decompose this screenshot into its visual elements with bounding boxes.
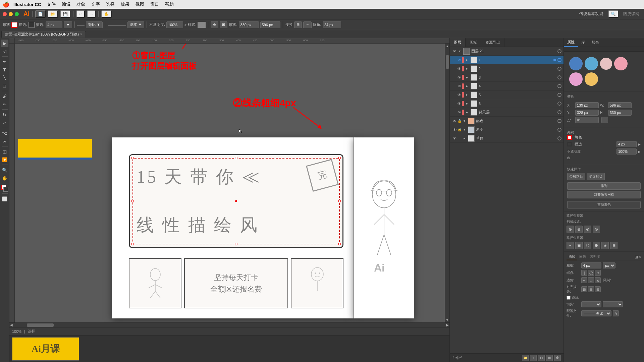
layer-target-4[interactable]	[557, 84, 561, 88]
shape-h-input[interactable]	[260, 21, 280, 28]
flip-profile-btn[interactable]: ⇆	[613, 310, 619, 316]
pencil-tool[interactable]: ✏	[1, 101, 8, 108]
scroll-up-btn[interactable]: ▲	[446, 44, 449, 48]
outside-align-btn[interactable]: ⊟	[595, 286, 601, 292]
align-btn[interactable]: ⊞	[220, 21, 227, 28]
handle-bm[interactable]	[235, 243, 237, 245]
fullscreen-button[interactable]	[15, 12, 19, 16]
scroll-thumb-h[interactable]	[27, 323, 54, 327]
minus-back-btn[interactable]: ⊟	[610, 242, 618, 249]
expand-icon-6[interactable]: ▸	[465, 101, 469, 106]
handle-tl[interactable]	[131, 157, 134, 159]
stroke-tab-stroke[interactable]: 描线	[567, 254, 577, 260]
horizontal-scrollbar[interactable]: ◀ ▶	[9, 322, 449, 327]
stroke-indicator[interactable]	[567, 142, 572, 146]
align-pixel-btn[interactable]: 对齐像素网格	[567, 191, 641, 198]
rotate-tool[interactable]: ↻	[1, 111, 8, 118]
selection-tool[interactable]: ▶	[1, 40, 8, 47]
vis-icon[interactable]: 👁	[452, 49, 457, 54]
vis-icon-bg[interactable]: 👁	[457, 110, 462, 115]
round-cap-btn[interactable]: ◯	[588, 270, 594, 276]
vertical-scrollbar[interactable]: ▲ ▼	[445, 44, 449, 322]
menu-window[interactable]: 窗口	[148, 1, 162, 8]
layer-group-color[interactable]: 👁 🔒 ▾ 配色	[450, 117, 564, 125]
position-path-btn[interactable]: 位移路径	[567, 173, 585, 180]
dash-style-btn[interactable]: 等比 ▼	[86, 21, 103, 28]
undo-btn[interactable]: ↩	[76, 10, 85, 18]
intersect-btn[interactable]: ⊗	[584, 226, 591, 233]
expand-icon-4[interactable]: ▸	[465, 84, 469, 88]
close-button[interactable]	[3, 12, 7, 16]
tab-close-btn[interactable]: ×	[80, 33, 82, 36]
layer-group-original[interactable]: 👁 🔒 ▾ 原图	[450, 125, 564, 134]
site-link[interactable]: 图虎课网	[621, 10, 641, 17]
layer-target-2[interactable]	[557, 67, 561, 71]
assets-tab[interactable]: 资源导出	[481, 38, 504, 47]
handle-tm[interactable]	[235, 157, 237, 159]
menu-object[interactable]: 对象	[74, 1, 88, 8]
stroke-panel-expand-btn[interactable]: ⊞	[635, 254, 638, 260]
stroke-panel-close-btn[interactable]: ✕	[638, 254, 641, 260]
handle-ml[interactable]	[131, 200, 134, 202]
layer-target-5[interactable]	[557, 93, 561, 97]
swatch-pink-light[interactable]	[600, 58, 612, 70]
document-tab[interactable]: 封面-演示源文件1.ai* 100% (RGB/GPU 预览) ×	[1, 31, 86, 38]
unite-btn[interactable]: ⊕	[567, 226, 574, 233]
save-btn[interactable]: 💾	[60, 10, 70, 18]
zoom-tool[interactable]: 🔍	[1, 166, 8, 174]
text-tool[interactable]: T	[1, 66, 8, 73]
stroke-unit-select[interactable]: px pt	[603, 262, 615, 268]
paintbrush-tool[interactable]: 🖌	[1, 93, 8, 100]
redo-btn[interactable]: ↪	[87, 10, 96, 18]
h-input[interactable]	[608, 110, 632, 116]
menu-text[interactable]: 文字	[89, 1, 103, 8]
swatch-blue[interactable]	[569, 57, 583, 70]
new-layer-group-btn[interactable]: 📁	[522, 355, 529, 361]
warp-tool[interactable]: ⌥	[1, 129, 8, 137]
vis-icon-1[interactable]: 👁	[457, 57, 462, 63]
vis-icon-original[interactable]: 👁	[452, 127, 457, 132]
expand-icon-original[interactable]: ▾	[462, 127, 467, 132]
opacity-expand-btn[interactable]: ▶	[638, 150, 641, 154]
expand-icon-bg[interactable]: ▸	[465, 110, 469, 115]
workspace-btn[interactable]: 传统基本功能	[577, 10, 605, 17]
swatch-lightblue[interactable]	[585, 57, 598, 70]
outline-btn[interactable]: ◈	[601, 242, 609, 249]
x-input[interactable]	[575, 102, 599, 108]
vis-icon-6[interactable]: 👁	[457, 101, 462, 106]
divide-btn[interactable]: ÷	[567, 242, 574, 249]
profile-select[interactable]: ——— 等比 基本	[581, 310, 611, 316]
layer-item-2[interactable]: 👁 ▸ 2	[450, 64, 564, 73]
scroll-right-btn[interactable]: ▶	[446, 323, 449, 327]
scale-tool[interactable]: ⤢	[1, 119, 8, 126]
style-swatch[interactable]	[198, 22, 206, 28]
arrow-start-select[interactable]: —	[581, 301, 601, 307]
layer-item-1[interactable]: 👁 ▸ 1	[450, 56, 564, 64]
zoom-level[interactable]: 100%	[12, 329, 21, 334]
stroke-option-btn[interactable]: ▼	[64, 21, 72, 28]
round-join-btn[interactable]: ◡	[588, 277, 594, 283]
new-layer-btn[interactable]: +	[530, 355, 537, 361]
stroke-style-btn[interactable]: 基本 ▼	[127, 21, 144, 28]
menu-effect[interactable]: 效果	[118, 1, 132, 8]
exclude-btn[interactable]: ⊘	[593, 226, 600, 233]
transform-more-options[interactable]: ⋯	[601, 117, 608, 123]
stroke-ap-input[interactable]	[616, 141, 637, 147]
menu-edit[interactable]: 编辑	[59, 1, 73, 8]
square-cap-btn[interactable]: □	[595, 270, 601, 276]
artboards-tab[interactable]: 画板	[466, 38, 481, 47]
library-tab[interactable]: 库	[578, 38, 588, 47]
thumbnail-1[interactable]: Ai月课	[12, 337, 79, 361]
vis-icon-5[interactable]: 👁	[457, 92, 462, 98]
shape-w-input[interactable]	[239, 21, 259, 28]
hand-tool-btn[interactable]: ✋	[101, 10, 112, 18]
expand-icon[interactable]: ▾	[457, 49, 462, 54]
layer-target-3[interactable]	[557, 75, 561, 79]
layer-item-4[interactable]: 👁 ▸ 4	[450, 82, 564, 90]
stroke-size-input[interactable]	[46, 21, 62, 28]
layer-target[interactable]	[557, 49, 561, 53]
handle-mr[interactable]	[338, 200, 341, 202]
expand-icon-1[interactable]: ▸	[465, 58, 469, 62]
expand-icon-3[interactable]: ▸	[465, 75, 469, 80]
eyedropper-tool[interactable]: 🔽	[1, 156, 8, 163]
